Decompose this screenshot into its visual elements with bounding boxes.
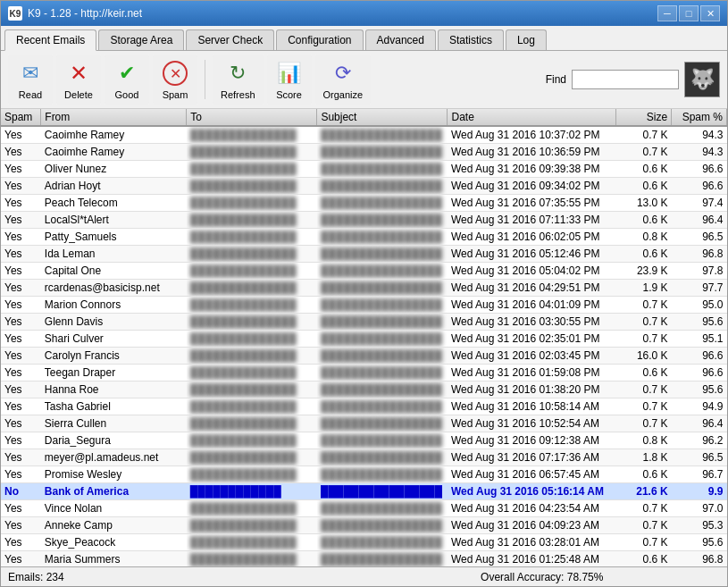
- from-cell: Anneke Camp: [41, 517, 187, 534]
- from-cell: meyer@pl.amadeus.net: [41, 449, 187, 466]
- tab-recent-emails[interactable]: Recent Emails: [4, 29, 96, 51]
- table-row[interactable]: Yes Caoimhe Ramey ██████████████ ███████…: [1, 144, 727, 161]
- to-cell: ██████████████: [187, 432, 317, 449]
- spam-label: Spam: [163, 89, 188, 100]
- tab-advanced[interactable]: Advanced: [365, 29, 436, 50]
- close-button[interactable]: ✕: [700, 5, 720, 21]
- tab-log[interactable]: Log: [506, 29, 547, 50]
- table-row[interactable]: Yes Glenn Davis ██████████████ █████████…: [1, 314, 727, 331]
- organize-icon: ⟳: [329, 59, 357, 88]
- spam-pct-cell: 96.7: [672, 466, 727, 483]
- read-button[interactable]: ✉ Read: [8, 55, 53, 105]
- score-button[interactable]: 📊 Score: [267, 55, 312, 105]
- table-row[interactable]: Yes Marion Connors ██████████████ ██████…: [1, 297, 727, 314]
- spam-cell: Yes: [1, 212, 41, 229]
- subject-cell: ████████████████: [317, 432, 448, 449]
- date-cell: Wed Aug 31 2016 05:12:46 PM: [448, 246, 616, 263]
- maximize-button[interactable]: □: [679, 5, 699, 21]
- main-window: K9 K9 - 1.28 - http://keir.net ─ □ ✕ Rec…: [0, 0, 728, 587]
- header-spam-pct: Spam %: [672, 109, 727, 126]
- spam-cell: Yes: [1, 382, 41, 398]
- separator-1: [205, 60, 205, 99]
- table-row[interactable]: Yes Hanna Roe ██████████████ ███████████…: [1, 382, 727, 398]
- table-header-row: Spam From To Subject Date Size Spam %: [1, 109, 727, 126]
- email-table-container[interactable]: Spam From To Subject Date Size Spam % Ye…: [1, 109, 727, 566]
- subject-cell: ████████████████: [317, 314, 448, 331]
- date-cell: Wed Aug 31 2016 04:09:23 AM: [448, 517, 616, 534]
- subject-cell: ████████████████: [317, 195, 448, 212]
- to-cell: ██████████████: [187, 500, 317, 517]
- to-cell: ██████████████: [187, 178, 317, 195]
- size-cell: 0.6 K: [616, 246, 672, 263]
- from-cell: Vince Nolan: [41, 500, 187, 517]
- table-row[interactable]: Yes Carolyn Francis ██████████████ █████…: [1, 348, 727, 365]
- spam-pct-cell: 97.0: [672, 500, 727, 517]
- size-cell: 13.0 K: [616, 195, 672, 212]
- delete-button[interactable]: ✕ Delete: [56, 55, 101, 105]
- tab-server-check[interactable]: Server Check: [186, 29, 274, 50]
- to-cell: ██████████████: [187, 314, 317, 331]
- size-cell: 0.7 K: [616, 314, 672, 331]
- table-row[interactable]: Yes Adrian Hoyt ██████████████ █████████…: [1, 178, 727, 195]
- size-cell: 0.6 K: [616, 212, 672, 229]
- table-row[interactable]: Yes Oliver Nunez ██████████████ ████████…: [1, 161, 727, 178]
- spam-cell: Yes: [1, 517, 41, 534]
- spam-pct-cell: 96.6: [672, 161, 727, 178]
- table-row[interactable]: Yes Promise Wesley ██████████████ ██████…: [1, 466, 727, 483]
- spam-pct-cell: 96.8: [672, 551, 727, 567]
- spam-pct-cell: 96.4: [672, 415, 727, 432]
- table-row[interactable]: Yes Patty_Samuels ██████████████ ███████…: [1, 229, 727, 246]
- tab-storage-area[interactable]: Storage Area: [98, 29, 184, 50]
- spam-pct-cell: 96.6: [672, 178, 727, 195]
- size-cell: 0.7 K: [616, 144, 672, 161]
- table-row[interactable]: Yes Caoimhe Ramey ██████████████ ███████…: [1, 126, 727, 144]
- table-row[interactable]: Yes Peach Telecom ██████████████ ███████…: [1, 195, 727, 212]
- table-row[interactable]: Yes rcardenas@basicisp.net █████████████…: [1, 280, 727, 297]
- header-spam: Spam: [1, 109, 41, 126]
- date-cell: Wed Aug 31 2016 09:34:02 PM: [448, 178, 616, 195]
- table-row[interactable]: Yes Daria_Segura ██████████████ ████████…: [1, 432, 727, 449]
- from-cell: Bank of America: [41, 483, 187, 500]
- spam-cell: Yes: [1, 500, 41, 517]
- tab-configuration[interactable]: Configuration: [276, 29, 363, 50]
- table-row[interactable]: Yes Anneke Camp ██████████████ █████████…: [1, 517, 727, 534]
- table-row[interactable]: Yes Maria Summers ██████████████ ███████…: [1, 551, 727, 567]
- date-cell: Wed Aug 31 2016 10:37:02 PM: [448, 126, 616, 144]
- tab-statistics[interactable]: Statistics: [438, 29, 504, 50]
- spam-cell: Yes: [1, 263, 41, 280]
- table-row[interactable]: Yes Sierra Cullen ██████████████ ███████…: [1, 415, 727, 432]
- spam-button[interactable]: ✕ Spam: [153, 55, 197, 105]
- subject-cell: ████████████████: [317, 280, 448, 297]
- size-cell: 0.7 K: [616, 534, 672, 551]
- minimize-button[interactable]: ─: [657, 5, 677, 21]
- table-row[interactable]: Yes Capital One ██████████████ █████████…: [1, 263, 727, 280]
- table-row[interactable]: Yes Teegan Draper ██████████████ ███████…: [1, 365, 727, 382]
- organize-button[interactable]: ⟳ Organize: [315, 55, 372, 105]
- table-row[interactable]: Yes Skye_Peacock ██████████████ ████████…: [1, 534, 727, 551]
- table-row[interactable]: Yes LocalSl*tAlert ██████████████ ██████…: [1, 212, 727, 229]
- size-cell: 0.7 K: [616, 331, 672, 348]
- spam-pct-cell: 97.8: [672, 263, 727, 280]
- table-row[interactable]: Yes Tasha Gabriel ██████████████ ███████…: [1, 398, 727, 415]
- date-cell: Wed Aug 31 2016 04:01:09 PM: [448, 297, 616, 314]
- size-cell: 0.6 K: [616, 551, 672, 567]
- table-row[interactable]: Yes Shari Culver ██████████████ ████████…: [1, 331, 727, 348]
- find-input[interactable]: [572, 70, 679, 89]
- good-button[interactable]: ✔ Good: [105, 55, 149, 105]
- subject-cell: ████████████████: [317, 297, 448, 314]
- table-row[interactable]: Yes meyer@pl.amadeus.net ██████████████ …: [1, 449, 727, 466]
- size-cell: 0.7 K: [616, 297, 672, 314]
- subject-cell: ████████████████: [317, 212, 448, 229]
- spam-cell: Yes: [1, 297, 41, 314]
- table-row[interactable]: Yes Vince Nolan ██████████████ █████████…: [1, 500, 727, 517]
- table-row[interactable]: Yes Ida Leman ██████████████ ███████████…: [1, 246, 727, 263]
- spam-pct-cell: 97.4: [672, 195, 727, 212]
- spam-pct-cell: 96.5: [672, 229, 727, 246]
- table-row[interactable]: No Bank of America ████████████ ████████…: [1, 483, 727, 500]
- header-size: Size: [616, 109, 672, 126]
- spam-pct-cell: 94.9: [672, 398, 727, 415]
- spam-pct-cell: 95.6: [672, 534, 727, 551]
- refresh-button[interactable]: ↻ Refresh: [213, 55, 264, 105]
- size-cell: 0.7 K: [616, 126, 672, 144]
- subject-cell: ████████████████: [317, 466, 448, 483]
